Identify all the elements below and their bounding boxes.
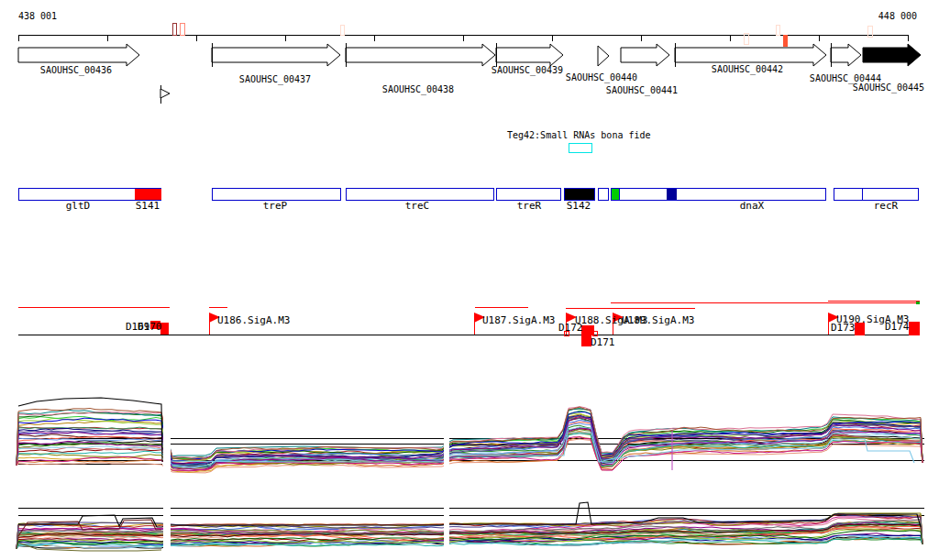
gene-arrow[interactable] (212, 44, 340, 66)
tss-d-label: D170 (138, 322, 162, 332)
gene-box-segment[interactable] (667, 189, 676, 199)
ruler-mark (340, 25, 344, 35)
gene-box[interactable] (598, 188, 608, 200)
promoter-flag-label: U189.SigA.M3 (622, 315, 694, 325)
gene-box-label: recR (874, 201, 899, 211)
gene-box-label: gltD (66, 201, 91, 211)
gene-arrow-label: SAOUHSC_00437 (239, 75, 311, 84)
gene-arrow-label: SAOUHSC_00436 (40, 66, 112, 75)
ruler-mark (744, 33, 748, 44)
gene-arrow-label: SAOUHSC_00445 (853, 83, 924, 93)
gene-box[interactable] (834, 188, 918, 200)
promoter-flag-label: U186.SigA.M3 (217, 315, 290, 325)
gene-box-label: treR (517, 201, 542, 211)
gene-arrow-label: SAOUHSC_00439 (492, 66, 563, 75)
srna-box[interactable] (569, 143, 591, 152)
ruler-mark (172, 23, 176, 35)
gene-box-segment[interactable] (135, 189, 160, 199)
track-segment-gap (444, 392, 449, 480)
gene-box[interactable] (564, 188, 594, 200)
track-segment-gap (163, 495, 171, 555)
track-segment-gap (444, 495, 449, 555)
ruler-start-coordinate: 438 001 (18, 12, 57, 21)
gene-arrow[interactable] (675, 44, 826, 66)
gene-box[interactable] (346, 188, 493, 200)
gene-arrow[interactable] (346, 44, 495, 66)
gene-box-label: treP (263, 201, 288, 211)
ruler-mark (180, 23, 184, 35)
tss-d-label: D173 (831, 323, 856, 333)
ruler-mark (783, 35, 787, 46)
gene-arrow[interactable] (598, 46, 609, 66)
gene-box-label: S141 (136, 201, 160, 211)
gene-box-label: S142 (567, 201, 591, 211)
gene-arrow-label: SAOUHSC_00441 (606, 86, 678, 95)
gene-box[interactable] (496, 188, 560, 200)
gene-arrow[interactable] (831, 44, 861, 66)
gene-arrow-label: SAOUHSC_00440 (566, 73, 637, 82)
gene-arrow[interactable] (496, 44, 563, 66)
gene-arrow[interactable] (863, 44, 921, 66)
genome-tracks-canvas (0, 0, 939, 560)
tss-marker-box[interactable] (909, 322, 920, 335)
gene-box-label: treC (405, 201, 430, 211)
tss-d-label: D174 (885, 322, 910, 332)
ruler-mark (776, 25, 779, 35)
gene-box[interactable] (619, 188, 825, 200)
gene-box-label: dnaX (740, 201, 765, 211)
transcript-end-mark (916, 302, 920, 304)
ruler-end-coordinate: 448 000 (878, 12, 917, 21)
gene-box[interactable] (212, 188, 340, 200)
srna-track-title: Teg42:Small RNAs bona fide (507, 131, 651, 140)
gene-arrow[interactable] (621, 44, 669, 66)
gene-arrow[interactable] (18, 44, 139, 66)
gene-box[interactable] (611, 188, 619, 200)
genome-browser-view: 438 001 448 000 Teg42:Small RNAs bona fi… (0, 0, 939, 560)
tss-d-label: D172 (558, 323, 583, 333)
gene-arrow-label: SAOUHSC_00442 (712, 65, 783, 74)
gene-arrow-label: SAOUHSC_00438 (382, 85, 454, 94)
tss-d-label: D171 (591, 337, 615, 347)
track-segment-gap (163, 392, 171, 480)
promoter-flag-label: U187.SigA.M3 (482, 315, 555, 325)
orf-marker-flag[interactable] (160, 89, 170, 98)
